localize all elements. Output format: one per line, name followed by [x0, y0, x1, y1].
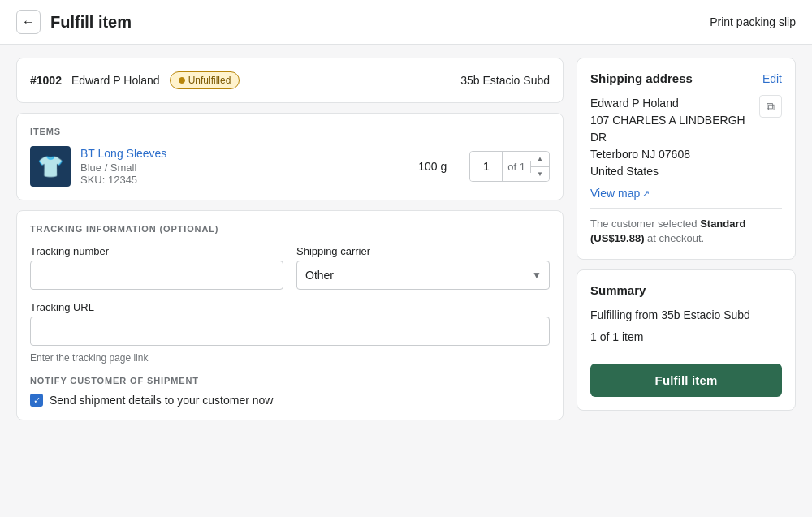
- summary-card: Summary Fulfilling from 35b Estacio Subd…: [577, 269, 796, 411]
- tracking-number-label: Tracking number: [30, 245, 283, 257]
- order-number: #1002: [30, 74, 62, 87]
- quantity-arrows: ▲ ▼: [531, 152, 549, 181]
- item-weight: 100 g: [418, 160, 447, 173]
- item-row: 👕 BT Long Sleeves Blue / Small SKU: 1234…: [30, 146, 550, 187]
- page-wrapper: ← Fulfill item Print packing slip #1002 …: [0, 0, 812, 517]
- address-text: Edward P Holand 107 CHARLES A LINDBERGH …: [590, 95, 753, 180]
- tracking-url-label: Tracking URL: [30, 301, 550, 313]
- tracking-url-hint: Enter the tracking page link: [30, 352, 550, 364]
- shipping-carrier-label: Shipping carrier: [296, 245, 550, 257]
- shipping-address-title: Shipping address: [590, 71, 693, 85]
- shirt-icon: 👕: [37, 154, 63, 179]
- order-info-row: #1002 Edward P Holand Unfulfilled 35b Es…: [30, 71, 550, 89]
- quantity-decrement-button[interactable]: ▼: [531, 167, 549, 182]
- item-name-link[interactable]: BT Long Sleeves: [80, 147, 166, 160]
- notify-checkbox-row[interactable]: ✓ Send shipment details to your customer…: [30, 394, 550, 407]
- tracking-url-group: Tracking URL Enter the tracking page lin…: [30, 301, 550, 364]
- notify-checkbox[interactable]: ✓: [30, 394, 43, 407]
- quantity-increment-button[interactable]: ▲: [531, 152, 549, 167]
- copy-icon: ⧉: [767, 100, 775, 114]
- content-area: #1002 Edward P Holand Unfulfilled 35b Es…: [0, 45, 812, 433]
- fulfilling-from: Fulfilling from 35b Estacio Subd: [590, 307, 782, 324]
- print-packing-slip-link[interactable]: Print packing slip: [710, 15, 796, 28]
- tracking-card: TRACKING INFORMATION (OPTIONAL) Tracking…: [16, 210, 564, 420]
- view-map-link[interactable]: View map ↗: [590, 187, 650, 200]
- status-label: Unfulfilled: [188, 75, 231, 86]
- items-section-label: ITEMS: [30, 127, 550, 136]
- order-location: 35b Estacio Subd: [460, 74, 550, 87]
- items-card: ITEMS 👕 BT Long Sleeves Blue / Small SKU…: [16, 113, 564, 200]
- top-bar-left: ← Fulfill item: [16, 10, 132, 34]
- item-sku: SKU: 12345: [80, 174, 408, 186]
- checkmark-icon: ✓: [33, 396, 41, 405]
- edit-address-link[interactable]: Edit: [762, 72, 782, 85]
- shipping-address-header: Shipping address Edit: [590, 71, 782, 85]
- view-map-label: View map: [590, 187, 640, 200]
- status-dot-icon: [179, 77, 185, 84]
- address-city-state-zip: Teterboro NJ 07608: [590, 146, 753, 163]
- tracking-number-group: Tracking number: [30, 245, 283, 290]
- status-badge: Unfulfilled: [170, 71, 240, 89]
- tracking-number-input[interactable]: [30, 261, 283, 290]
- quantity-input[interactable]: [470, 152, 503, 181]
- item-details: BT Long Sleeves Blue / Small SKU: 12345: [80, 147, 408, 186]
- customer-name: Edward P Holand: [71, 74, 160, 87]
- right-column: Shipping address Edit Edward P Holand 10…: [577, 58, 796, 420]
- notify-checkbox-label: Send shipment details to your customer n…: [50, 394, 273, 407]
- top-bar: ← Fulfill item Print packing slip: [0, 0, 812, 45]
- fulfill-item-button[interactable]: Fulfill item: [590, 364, 782, 397]
- address-block: Edward P Holand 107 CHARLES A LINDBERGH …: [590, 95, 782, 180]
- shipping-carrier-group: Shipping carrier Other UPS FedEx USPS DH…: [296, 245, 550, 290]
- item-count: 1 of 1 item: [590, 329, 782, 346]
- shipping-carrier-select[interactable]: Other UPS FedEx USPS DHL: [296, 261, 550, 290]
- page-title: Fulfill item: [50, 13, 132, 32]
- shipping-carrier-select-wrapper: Other UPS FedEx USPS DHL ▼: [296, 261, 550, 290]
- back-button[interactable]: ←: [16, 10, 41, 34]
- address-name: Edward P Holand: [590, 95, 753, 112]
- tracking-fields-row: Tracking number Shipping carrier Other U…: [30, 245, 550, 290]
- tracking-section-label: TRACKING INFORMATION (OPTIONAL): [30, 224, 550, 234]
- quantity-of-label: of 1: [503, 161, 531, 173]
- quantity-control: of 1 ▲ ▼: [469, 151, 550, 182]
- external-link-icon: ↗: [642, 188, 650, 199]
- main-column: #1002 Edward P Holand Unfulfilled 35b Es…: [16, 58, 564, 420]
- summary-title: Summary: [590, 283, 782, 297]
- notify-section: NOTIFY CUSTOMER OF SHIPMENT ✓ Send shipm…: [30, 364, 550, 407]
- item-image: 👕: [30, 146, 71, 187]
- address-street: 107 CHARLES A LINDBERGH DR: [590, 112, 753, 146]
- tracking-url-input[interactable]: [30, 317, 550, 346]
- shipping-method: Standard (US$19.88): [590, 218, 745, 244]
- order-info-card: #1002 Edward P Holand Unfulfilled 35b Es…: [16, 58, 564, 103]
- view-map-row: View map ↗: [590, 180, 782, 200]
- shipping-address-card: Shipping address Edit Edward P Holand 10…: [577, 58, 796, 260]
- address-country: United States: [590, 163, 753, 180]
- copy-address-button[interactable]: ⧉: [759, 95, 782, 118]
- notify-section-label: NOTIFY CUSTOMER OF SHIPMENT: [30, 376, 550, 386]
- item-variant: Blue / Small: [80, 162, 408, 174]
- shipping-note: The customer selected Standard (US$19.88…: [590, 208, 782, 246]
